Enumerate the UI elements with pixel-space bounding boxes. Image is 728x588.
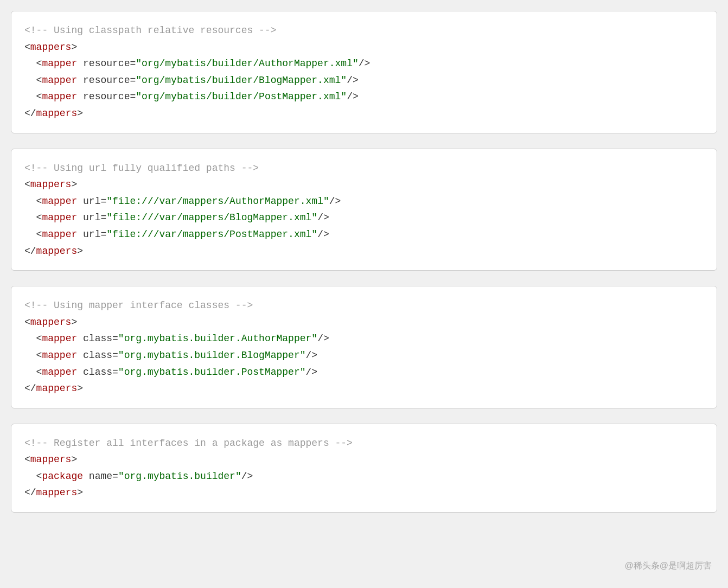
tag-name: mapper (42, 333, 77, 344)
tag-name: mappers (36, 246, 78, 257)
attr-name: class= (83, 367, 118, 378)
code-block-block2: <!-- Using url fully qualified paths -->… (11, 149, 717, 271)
tag-bracket: < (36, 75, 42, 86)
code-block-block1: <!-- Using classpath relative resources … (11, 11, 717, 133)
code-line: <mapper resource="org/mybatis/builder/Au… (24, 55, 704, 72)
tag-name: mappers (30, 179, 72, 190)
tag-bracket: /> (306, 350, 318, 361)
tag-bracket: < (24, 317, 30, 328)
watermark: @稀头条@是啊超厉害 (625, 560, 712, 572)
tag-name: mapper (42, 350, 77, 361)
tag-bracket: /> (329, 196, 341, 207)
attr-value: "org.mybatis.builder.PostMapper" (118, 367, 306, 378)
code-line: <mapper resource="org/mybatis/builder/Po… (24, 88, 704, 105)
tag-bracket: /> (317, 212, 329, 223)
code-line: <mapper resource="org/mybatis/builder/Bl… (24, 72, 704, 89)
attr-value: "file:///var/mappers/PostMapper.xml" (106, 229, 317, 240)
tag-bracket: > (77, 487, 83, 498)
code-line: <mapper class="org.mybatis.builder.Autho… (24, 330, 704, 347)
tag-name: mappers (36, 487, 78, 498)
attr-name: resource= (83, 75, 136, 86)
attr-value: "file:///var/mappers/AuthorMapper.xml" (106, 196, 329, 207)
xml-comment: <!-- Register all interfaces in a packag… (24, 438, 353, 449)
code-block-block4: <!-- Register all interfaces in a packag… (11, 424, 717, 513)
tag-bracket: </ (24, 487, 36, 498)
tag-name: mapper (42, 58, 77, 69)
tag-name: mappers (36, 108, 78, 119)
code-line: <mapper class="org.mybatis.builder.PostM… (24, 364, 704, 381)
tag-bracket: /> (347, 75, 359, 86)
tag-name: mapper (42, 367, 77, 378)
attr-value: "org.mybatis.builder.BlogMapper" (118, 350, 306, 361)
tag-bracket: </ (24, 246, 36, 257)
tag-bracket: /> (347, 91, 359, 102)
attr-name: resource= (83, 91, 136, 102)
tag-bracket: < (24, 179, 30, 190)
tag-name: mapper (42, 229, 77, 240)
code-line: <mapper url="file:///var/mappers/BlogMap… (24, 209, 704, 226)
xml-comment: <!-- Using classpath relative resources … (24, 25, 276, 36)
tag-bracket: < (36, 196, 42, 207)
attr-name: url= (83, 196, 106, 207)
attr-value: "org.mybatis.builder" (118, 471, 241, 482)
code-line: <!-- Register all interfaces in a packag… (24, 435, 704, 452)
tag-bracket: /> (359, 58, 371, 69)
tag-bracket: < (36, 229, 42, 240)
tag-bracket: </ (24, 383, 36, 394)
tag-name: mappers (30, 454, 72, 465)
tag-bracket: > (71, 42, 77, 53)
code-line: <!-- Using mapper interface classes --> (24, 297, 704, 314)
tag-name: mappers (36, 383, 78, 394)
tag-bracket: > (71, 317, 77, 328)
attr-value: "org/mybatis/builder/AuthorMapper.xml" (136, 58, 358, 69)
attr-value: "org.mybatis.builder.AuthorMapper" (118, 333, 317, 344)
code-line: <mapper class="org.mybatis.builder.BlogM… (24, 347, 704, 364)
tag-name: mappers (30, 42, 72, 53)
tag-bracket: < (36, 471, 42, 482)
tag-bracket: > (77, 246, 83, 257)
code-line: <mappers> (24, 39, 704, 56)
attr-name: class= (83, 333, 118, 344)
code-line: <package name="org.mybatis.builder"/> (24, 468, 704, 485)
tag-bracket: < (36, 333, 42, 344)
code-line: <mappers> (24, 451, 704, 468)
tag-bracket: < (36, 58, 42, 69)
attr-name: class= (83, 350, 118, 361)
code-line: </mappers> (24, 105, 704, 122)
tag-bracket: < (36, 350, 42, 361)
code-line: <mappers> (24, 176, 704, 193)
code-line: <!-- Using classpath relative resources … (24, 22, 704, 39)
tag-bracket: > (71, 179, 77, 190)
xml-comment: <!-- Using url fully qualified paths --> (24, 163, 259, 174)
tag-bracket: < (36, 367, 42, 378)
attr-name: resource= (83, 58, 136, 69)
tag-bracket: < (24, 42, 30, 53)
attr-value: "file:///var/mappers/BlogMapper.xml" (106, 212, 317, 223)
tag-bracket: > (77, 383, 83, 394)
tag-name: mapper (42, 196, 77, 207)
code-line: </mappers> (24, 243, 704, 260)
tag-bracket: /> (306, 367, 318, 378)
xml-comment: <!-- Using mapper interface classes --> (24, 300, 253, 311)
tag-bracket: < (36, 91, 42, 102)
tag-name: mappers (30, 317, 72, 328)
attr-value: "org/mybatis/builder/BlogMapper.xml" (136, 75, 347, 86)
tag-name: package (42, 471, 83, 482)
code-line: </mappers> (24, 484, 704, 501)
code-line: </mappers> (24, 380, 704, 397)
code-line: <mapper url="file:///var/mappers/AuthorM… (24, 193, 704, 210)
attr-name: url= (83, 229, 106, 240)
code-block-block3: <!-- Using mapper interface classes --><… (11, 286, 717, 408)
tag-name: mapper (42, 91, 77, 102)
tag-bracket: /> (317, 333, 329, 344)
tag-bracket: < (36, 212, 42, 223)
tag-name: mapper (42, 75, 77, 86)
attr-name: name= (89, 471, 118, 482)
tag-bracket: < (24, 454, 30, 465)
tag-bracket: /> (317, 229, 329, 240)
tag-bracket: > (71, 454, 77, 465)
tag-bracket: </ (24, 108, 36, 119)
tag-bracket: /> (241, 471, 253, 482)
tag-name: mapper (42, 212, 77, 223)
code-line: <mappers> (24, 314, 704, 331)
